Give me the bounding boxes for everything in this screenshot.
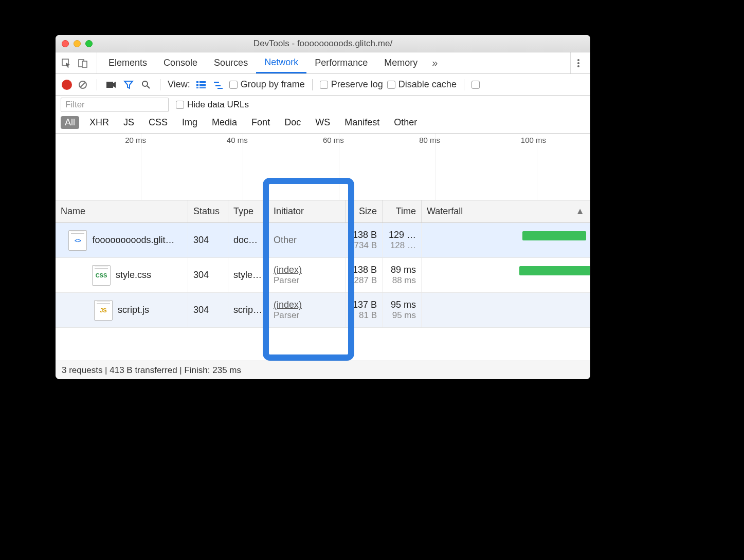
inspect-element-icon[interactable]: [60, 57, 73, 70]
preserve-log-checkbox[interactable]: Preserve log: [320, 79, 383, 90]
view-label: View:: [168, 79, 190, 90]
svg-line-10: [147, 86, 150, 88]
col-initiator[interactable]: Initiator: [268, 200, 346, 222]
filter-ws[interactable]: WS: [311, 116, 334, 129]
tab-console[interactable]: Console: [155, 52, 206, 73]
timeline-overview[interactable]: 20 ms 40 ms 60 ms 80 ms 100 ms: [56, 134, 590, 200]
camera-icon[interactable]: [104, 78, 118, 91]
col-waterfall[interactable]: Waterfall ▲: [422, 200, 590, 222]
waterfall-bar: [519, 266, 590, 275]
svg-rect-11: [196, 81, 198, 83]
requests-table: Name Status Type Initiator Size Time Wat…: [56, 200, 590, 361]
col-name[interactable]: Name: [56, 200, 188, 222]
filter-xhr[interactable]: XHR: [85, 116, 113, 129]
svg-rect-18: [215, 85, 221, 86]
svg-point-5: [577, 65, 579, 67]
settings-kebab-icon[interactable]: [570, 52, 586, 73]
record-icon[interactable]: [62, 80, 72, 90]
svg-rect-16: [199, 87, 206, 88]
tab-memory[interactable]: Memory: [376, 52, 426, 73]
type-filters: All XHR JS CSS Img Media Font Doc WS Man…: [56, 114, 590, 134]
css-file-icon: CSS: [92, 265, 111, 286]
filter-font[interactable]: Font: [247, 116, 274, 129]
filter-js[interactable]: JS: [119, 116, 138, 129]
svg-point-4: [577, 62, 579, 64]
filter-all[interactable]: All: [61, 116, 79, 129]
tabs-overflow-icon[interactable]: »: [426, 52, 444, 73]
waterfall-bar: [522, 231, 586, 240]
request-name: script.js: [118, 305, 149, 315]
devtools-window: DevTools - fooooooooods.glitch.me/ Eleme…: [56, 35, 590, 379]
clear-icon[interactable]: [76, 78, 89, 91]
col-time[interactable]: Time: [383, 200, 422, 222]
search-icon[interactable]: [139, 78, 153, 91]
device-toolbar-icon[interactable]: [76, 57, 89, 70]
titlebar: DevTools - fooooooooods.glitch.me/: [56, 35, 590, 52]
offline-checkbox-partial[interactable]: [471, 81, 480, 89]
svg-point-9: [142, 81, 148, 86]
svg-rect-17: [214, 82, 219, 83]
js-file-icon: JS: [94, 300, 113, 321]
html-file-icon: <>: [68, 230, 87, 251]
svg-rect-13: [196, 84, 198, 86]
sort-asc-icon: ▲: [575, 206, 585, 217]
request-name: fooooooooods.glit…: [92, 235, 174, 246]
col-type[interactable]: Type: [228, 200, 268, 222]
svg-rect-19: [217, 88, 223, 89]
table-header: Name Status Type Initiator Size Time Wat…: [56, 200, 590, 223]
request-name: style.css: [116, 270, 151, 281]
table-row[interactable]: CSS style.css 304 style… (index)Parser 1…: [56, 258, 590, 293]
filter-row: Filter Hide data URLs: [56, 96, 590, 114]
filter-other[interactable]: Other: [390, 116, 421, 129]
svg-rect-8: [106, 82, 113, 88]
filter-img[interactable]: Img: [178, 116, 202, 129]
large-rows-icon[interactable]: [194, 78, 208, 91]
svg-line-7: [80, 82, 85, 87]
tab-performance[interactable]: Performance: [306, 52, 376, 73]
svg-rect-14: [199, 84, 206, 86]
svg-point-3: [577, 59, 579, 61]
overview-icon[interactable]: [212, 78, 225, 91]
window-title: DevTools - fooooooooods.glitch.me/: [56, 39, 590, 49]
filter-input[interactable]: Filter: [61, 98, 169, 112]
col-status[interactable]: Status: [188, 200, 228, 222]
filter-icon[interactable]: [122, 78, 135, 91]
svg-rect-2: [82, 61, 87, 67]
filter-css[interactable]: CSS: [144, 116, 172, 129]
disable-cache-checkbox[interactable]: Disable cache: [387, 79, 457, 90]
group-by-frame-checkbox[interactable]: Group by frame: [229, 79, 305, 90]
network-toolbar: View: Group by frame Preserve log Disabl…: [56, 74, 590, 96]
filter-doc[interactable]: Doc: [280, 116, 305, 129]
svg-rect-12: [199, 81, 206, 83]
svg-rect-15: [196, 87, 198, 88]
filter-manifest[interactable]: Manifest: [340, 116, 384, 129]
panel-tabs: Elements Console Sources Network Perform…: [56, 52, 590, 74]
tab-network[interactable]: Network: [256, 52, 306, 73]
hide-data-urls-checkbox[interactable]: Hide data URLs: [176, 100, 249, 110]
table-row[interactable]: JS script.js 304 scrip… (index)Parser 13…: [56, 293, 590, 328]
col-size[interactable]: Size: [346, 200, 383, 222]
table-row[interactable]: <> fooooooooods.glit… 304 doc… Other 138…: [56, 223, 590, 258]
tab-sources[interactable]: Sources: [206, 52, 256, 73]
filter-media[interactable]: Media: [208, 116, 241, 129]
tab-elements[interactable]: Elements: [100, 52, 155, 73]
status-bar: 3 requests | 413 B transferred | Finish:…: [56, 361, 590, 379]
